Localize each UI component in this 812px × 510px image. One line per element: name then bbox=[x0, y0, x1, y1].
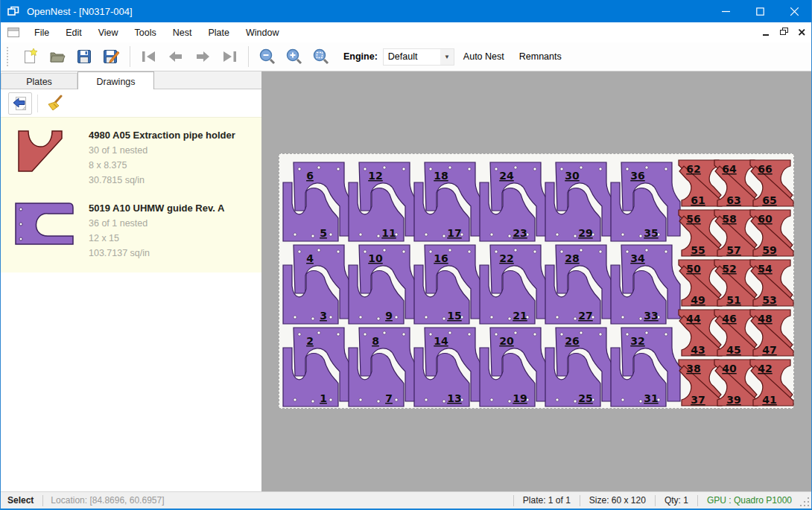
nest-part-number: 22 bbox=[499, 252, 513, 264]
mdi-minimize-icon[interactable] bbox=[763, 28, 770, 38]
nested-part-pair-red[interactable]: 6059 bbox=[750, 210, 793, 256]
nested-part-pair-purple[interactable]: 2827 bbox=[545, 245, 615, 324]
drawing-item[interactable]: 5019 A10 UHMW guide Rev. A 36 of 1 neste… bbox=[1, 194, 261, 267]
nested-part-pair-red[interactable]: 5251 bbox=[714, 260, 758, 306]
nested-part-pair-purple[interactable]: 1817 bbox=[414, 162, 483, 241]
app-window: OpenNest - [N0317-004] File Edit View To… bbox=[0, 0, 812, 510]
nest-part-number: 48 bbox=[758, 313, 772, 325]
drawing-info: 5019 A10 UHMW guide Rev. A 36 of 1 neste… bbox=[89, 201, 224, 261]
clear-broom-button[interactable] bbox=[43, 92, 67, 115]
nested-part-pair-red[interactable]: 5049 bbox=[679, 260, 722, 306]
nested-part-pair-red[interactable]: 4847 bbox=[750, 310, 793, 356]
nest-part-number: 47 bbox=[762, 344, 776, 356]
nest-part-number: 4 bbox=[306, 252, 314, 264]
zoom-in-button[interactable] bbox=[281, 45, 308, 68]
next-plate-button[interactable] bbox=[189, 45, 216, 68]
nest-part-number: 31 bbox=[644, 392, 658, 404]
tab-plates[interactable]: Plates bbox=[1, 73, 77, 89]
nest-part-number: 25 bbox=[578, 392, 592, 404]
engine-label: Engine: bbox=[343, 51, 378, 62]
menu-plate[interactable]: Plate bbox=[200, 25, 238, 40]
send-back-to-drawings-button[interactable] bbox=[8, 92, 32, 115]
tab-drawings[interactable]: Drawings bbox=[77, 71, 154, 89]
nest-part-number: 1 bbox=[320, 392, 327, 404]
nest-part-number: 55 bbox=[691, 244, 705, 256]
nested-part-pair-purple[interactable]: 3231 bbox=[611, 328, 680, 407]
plate[interactable]: 6512111817242330293635431091615222128273… bbox=[279, 153, 794, 409]
auto-nest-button[interactable]: Auto Nest bbox=[457, 48, 510, 65]
nest-part-number: 52 bbox=[722, 263, 736, 275]
nested-part-pair-purple[interactable]: 2625 bbox=[545, 328, 615, 407]
panel-toolbar-separator bbox=[37, 95, 38, 112]
nested-part-pair-purple[interactable]: 3433 bbox=[611, 245, 680, 324]
nested-part-pair-purple[interactable]: 1615 bbox=[414, 245, 483, 324]
menu-edit[interactable]: Edit bbox=[57, 25, 90, 40]
chevron-down-icon[interactable]: ▼ bbox=[440, 49, 454, 65]
remnants-button[interactable]: Remnants bbox=[513, 48, 568, 65]
drawing-title: 5019 A10 UHMW guide Rev. A bbox=[89, 203, 224, 214]
nested-part-pair-red[interactable]: 5453 bbox=[750, 260, 793, 306]
zoom-out-button[interactable] bbox=[254, 45, 281, 68]
nested-part-pair-red[interactable]: 6463 bbox=[714, 160, 758, 206]
main-toolbar: Engine: Default ▼ Auto Nest Remnants bbox=[1, 42, 811, 71]
first-plate-button[interactable] bbox=[136, 45, 162, 68]
nested-part-pair-purple[interactable]: 2423 bbox=[480, 162, 549, 241]
nested-part-pair-red[interactable]: 4443 bbox=[679, 310, 722, 356]
mdi-close-icon[interactable] bbox=[799, 28, 805, 38]
nest-part-number: 16 bbox=[434, 252, 448, 264]
nest-part-number: 46 bbox=[722, 313, 736, 325]
nest-canvas[interactable]: 6512111817242330293635431091615222128273… bbox=[261, 71, 811, 491]
new-file-button[interactable] bbox=[17, 45, 44, 68]
nested-part-pair-purple[interactable]: 2019 bbox=[480, 328, 549, 407]
nest-part-number: 37 bbox=[691, 394, 705, 406]
drawings-toolbar bbox=[1, 89, 261, 117]
maximize-button[interactable] bbox=[743, 0, 777, 22]
mdi-child-icon[interactable] bbox=[7, 28, 19, 37]
nested-part-pair-red[interactable]: 5655 bbox=[679, 210, 722, 256]
nested-part-pair-purple[interactable]: 1211 bbox=[349, 162, 418, 241]
nested-part-pair-purple[interactable]: 21 bbox=[283, 328, 352, 407]
zoom-fit-button[interactable] bbox=[308, 45, 334, 68]
menu-tools[interactable]: Tools bbox=[127, 25, 165, 40]
save-button[interactable] bbox=[71, 45, 98, 68]
mdi-restore-icon[interactable] bbox=[780, 28, 788, 38]
nest-part-number: 9 bbox=[385, 310, 393, 322]
toolbar-separator bbox=[130, 46, 130, 67]
nested-part-pair-red[interactable]: 6665 bbox=[750, 160, 793, 206]
toolbar-grip[interactable] bbox=[7, 47, 11, 66]
nest-part-number: 30 bbox=[565, 170, 580, 182]
open-file-button[interactable] bbox=[44, 45, 71, 68]
menu-view[interactable]: View bbox=[90, 25, 127, 40]
resize-grip[interactable] bbox=[801, 492, 811, 509]
nest-part-number: 58 bbox=[722, 213, 736, 225]
nested-part-pair-purple[interactable]: 43 bbox=[283, 245, 352, 324]
app-icon bbox=[7, 6, 19, 16]
nested-part-pair-red[interactable]: 4241 bbox=[750, 360, 793, 406]
nest-part-number: 61 bbox=[691, 194, 705, 206]
nested-part-pair-purple[interactable]: 87 bbox=[349, 328, 418, 407]
nested-part-pair-purple[interactable]: 65 bbox=[283, 162, 352, 241]
menu-nest[interactable]: Nest bbox=[165, 25, 200, 40]
engine-select[interactable]: Default ▼ bbox=[383, 48, 454, 66]
nested-part-pair-red[interactable]: 5857 bbox=[714, 210, 758, 256]
nest-part-number: 34 bbox=[630, 252, 645, 264]
nested-part-pair-purple[interactable]: 109 bbox=[349, 245, 418, 324]
close-button[interactable] bbox=[777, 0, 811, 22]
nested-part-pair-red[interactable]: 6261 bbox=[679, 160, 722, 206]
nested-part-pair-purple[interactable]: 3029 bbox=[545, 162, 615, 241]
nested-part-pair-purple[interactable]: 3635 bbox=[611, 162, 680, 241]
last-plate-button[interactable] bbox=[216, 45, 243, 68]
nested-part-pair-purple[interactable]: 2221 bbox=[480, 245, 549, 324]
menu-window[interactable]: Window bbox=[238, 25, 287, 40]
nest-part-number: 40 bbox=[722, 363, 737, 374]
drawing-item[interactable]: 4980 A05 Extraction pipe holder 30 of 1 … bbox=[1, 121, 261, 194]
save-as-button[interactable] bbox=[98, 45, 124, 68]
nested-part-pair-red[interactable]: 4645 bbox=[714, 310, 758, 356]
nested-part-pair-purple[interactable]: 1413 bbox=[414, 328, 483, 407]
minimize-button[interactable] bbox=[708, 0, 743, 22]
nested-part-pair-red[interactable]: 4039 bbox=[714, 360, 758, 406]
previous-plate-button[interactable] bbox=[162, 45, 189, 68]
nested-part-pair-red[interactable]: 3837 bbox=[679, 360, 722, 406]
nest-part-number: 7 bbox=[385, 392, 393, 404]
menu-file[interactable]: File bbox=[26, 25, 57, 40]
